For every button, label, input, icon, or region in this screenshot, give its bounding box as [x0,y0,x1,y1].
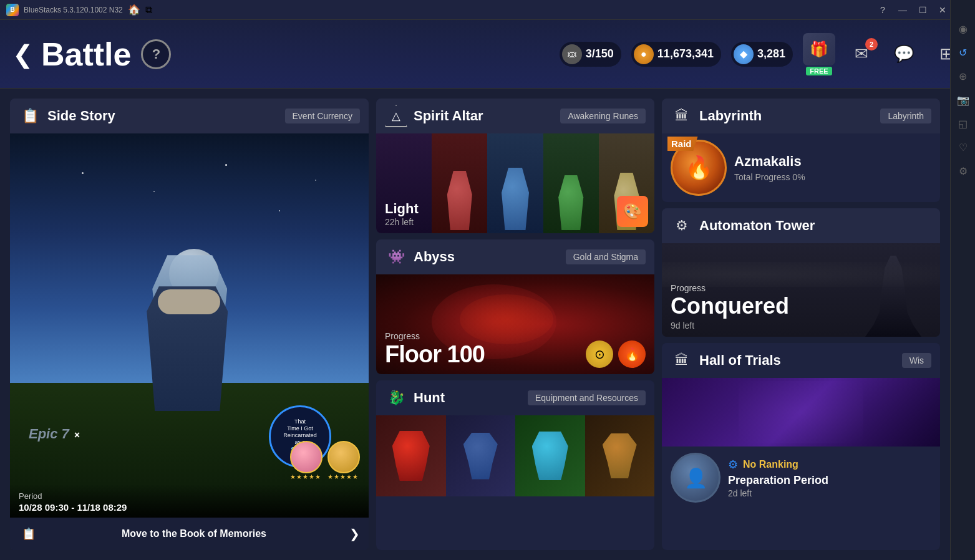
labyrinth-title-group: 🏛 Labyrinth [671,105,762,127]
labyrinth-content[interactable]: Raid 🔥 Azmakalis Total Progress 0% [662,133,940,202]
hunt-monster-4 [585,415,655,496]
right-panel: 🏛 Labyrinth Labyrinth Raid 🔥 Azmakalis T… [662,99,940,550]
awakening-runes-button[interactable]: Awakening Runes [560,109,646,123]
altar-element: Light [385,201,419,217]
abyss-info: Progress Floor 100 [385,331,485,368]
back-arrow-icon: ❮ [12,42,34,67]
main-content: 📋 Side Story Event Currency [0,89,950,560]
automaton-image[interactable]: Progress Conquered 9d left [662,243,940,337]
hunt-image[interactable] [376,415,654,496]
abyss-panel: 👾 Abyss Gold and Stigma Progress Floor 1… [376,239,654,374]
hall-title: Hall of Trials [699,352,781,369]
hall-header: 🏛 Hall of Trials Wis [662,343,940,378]
labyrinth-title: Labyrinth [699,108,762,124]
scroll-icon: 🎟 [562,44,582,64]
abyss-icon: 👾 [385,246,407,268]
help-icon[interactable]: ? [876,4,889,16]
hall-content[interactable]: 👤 ⚙ No Ranking Preparation Period 2d lef… [662,447,940,509]
equipment-resources-button[interactable]: Equipment and Resources [528,390,646,405]
collab-logo: Epic 7 × [29,423,80,443]
right-sidebar: ◉ ↺ ⊕ 📷 ◱ ♡ ⚙ [950,0,975,560]
spirit-altar-title: Spirit Altar [414,108,483,124]
sidebar-icon-1[interactable]: ◉ [952,17,974,40]
period-label: Period [19,491,360,501]
labyrinth-icon: 🏛 [671,105,693,127]
abyss-coins: ⊙ 🔥 [586,340,646,368]
abyss-image[interactable]: Progress Floor 100 ⊙ 🔥 [376,274,654,374]
side-story-header: 📋 Side Story Event Currency [10,99,369,133]
abyss-progress-label: Progress [385,331,485,341]
hall-image-bg [662,378,940,447]
sidebar-icon-camera[interactable]: 📷 [952,89,974,111]
hunt-title-group: 🐉 Hunt [385,387,445,409]
altar-info: Light 22h left [376,195,427,233]
app-name: BlueStacks 5.3.120.1002 N32 [24,6,123,14]
crystal-value: 3,281 [757,47,785,60]
side-story-image[interactable]: Epic 7 × ThatTime I GotReincarnatedas a … [10,133,369,518]
free-icon: 🎁 [803,33,835,65]
hall-title-group: 🏛 Hall of Trials [671,349,781,372]
spirit-altar-panel: △ Spirit Altar Awakening Runes [376,99,654,233]
copy-icon[interactable]: ⧉ [145,4,152,16]
spirit-altar-image[interactable]: Light 22h left 🎨 [376,133,654,233]
mail-badge: 2 [865,38,878,51]
sidebar-icon-3[interactable]: ⊕ [952,65,974,87]
story-footer-button[interactable]: 📋 Move to the Book of Memories ❯ [10,518,369,550]
story-footer-text: Move to the Book of Memories [122,528,266,539]
scroll-currency: 🎟 3/150 [560,42,621,67]
story-char-2 [327,441,360,473]
side-story-title: Side Story [47,108,115,124]
labyrinth-tag-button[interactable]: Labyrinth [880,109,931,123]
hunt-monster-2 [446,415,516,496]
navbar-right: 🎟 3/150 ● 11,673,341 ◆ 3,281 🎁 FREE ✉ 2 … [560,33,963,75]
maximize-button[interactable]: ☐ [916,4,929,16]
labyrinth-text: Azmakalis Total Progress 0% [734,153,931,182]
prep-time: 2d left [728,488,931,498]
free-button[interactable]: 🎁 FREE [803,33,835,75]
event-currency-button[interactable]: Event Currency [285,109,360,123]
story-overlay: Period 10/28 09:30 - 11/18 08:29 [10,484,369,518]
sidebar-nav: ◉ ↺ ⊕ 📷 ◱ ♡ ⚙ [952,5,974,182]
automaton-title: Automaton Tower [699,218,815,234]
titlebar-left: B BlueStacks 5.3.120.1002 N32 🏠 ⧉ [6,4,152,16]
altar-item-icon: 🎨 [617,196,648,227]
help-button[interactable]: ? [141,39,171,69]
auto-progress-label: Progress [671,283,789,293]
chat-button[interactable]: 💬 [888,38,920,70]
back-button[interactable]: ❮ Battle [12,36,131,73]
close-button[interactable]: ✕ [936,4,949,16]
auto-status: Conquered [671,293,789,319]
question-mark-icon: ? [152,46,160,62]
side-story-panel: 📋 Side Story Event Currency [10,99,369,550]
abyss-floor: Floor 100 [385,341,485,368]
bluestacks-logo: B [6,4,19,16]
flame-icon: 🔥 [618,340,646,368]
hunt-icon: 🐉 [385,387,407,409]
labyrinth-header: 🏛 Labyrinth Labyrinth [662,99,940,133]
abyss-header: 👾 Abyss Gold and Stigma [376,239,654,274]
abyss-title: Abyss [414,249,455,265]
crystal-icon: ◆ [734,44,754,64]
hall-icon: 🏛 [671,349,693,372]
sidebar-icon-2[interactable]: ↺ [952,41,974,64]
story-bg: Epic 7 × ThatTime I GotReincarnatedas a … [10,133,369,518]
mail-button[interactable]: ✉ 2 [845,38,878,70]
spirit-altar-header: △ Spirit Altar Awakening Runes [376,99,654,133]
sidebar-icon-settings[interactable]: ⚙ [952,160,974,182]
home-icon[interactable]: 🏠 [128,4,140,16]
altar-char-blue [487,133,543,233]
hall-tag-button[interactable]: Wis [902,353,931,368]
sidebar-icon-5[interactable]: ◱ [952,112,974,135]
story-characters: ★★★★★ ★★★★★ [290,441,360,480]
automaton-icon: ⚙ [671,215,693,237]
titlebar: B BlueStacks 5.3.120.1002 N32 🏠 ⧉ ? — ☐ … [0,0,975,20]
gold-currency: ● 11,673,341 [631,42,721,67]
sidebar-icon-6[interactable]: ♡ [952,136,974,158]
minimize-button[interactable]: — [896,4,909,16]
middle-panel: △ Spirit Altar Awakening Runes [376,99,654,550]
gold-stigma-button[interactable]: Gold and Stigma [566,249,646,264]
automaton-info: Progress Conquered 9d left [671,283,789,331]
coin-icon: ⊙ [586,340,613,368]
story-char-1 [290,441,323,473]
crystal-currency: ◆ 3,281 [731,42,793,67]
